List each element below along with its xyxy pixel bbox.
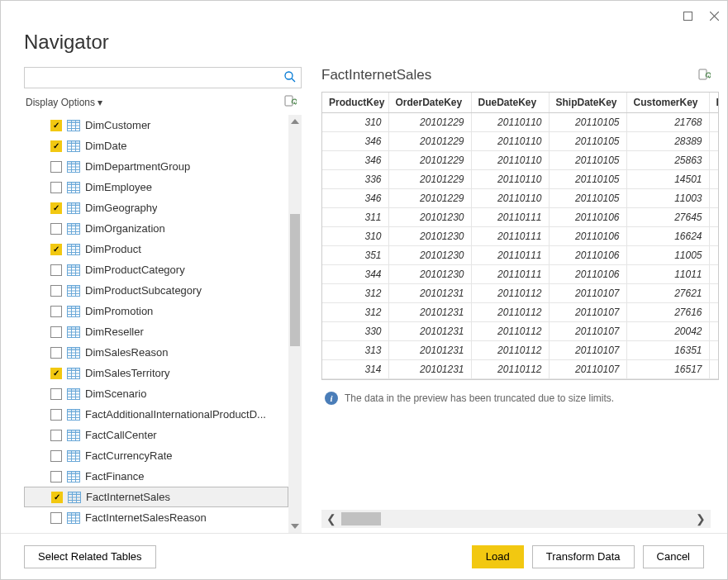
search-input-container[interactable] — [24, 67, 302, 88]
search-icon[interactable] — [284, 71, 296, 85]
tree-item-checkbox[interactable] — [50, 182, 62, 193]
table-row[interactable]: 35120101230201101112011010611005 — [322, 246, 719, 265]
display-options-dropdown[interactable]: Display Options ▾ — [26, 97, 102, 108]
table-cell — [709, 360, 719, 379]
tree-item-checkbox[interactable] — [50, 264, 62, 276]
tree-item[interactable]: DimPromotion — [24, 301, 288, 321]
tree-item[interactable]: FactCurrencyRate — [24, 445, 288, 466]
tree-vertical-scrollbar[interactable] — [288, 115, 302, 533]
grid-column-header[interactable]: CustomerKey — [626, 93, 709, 113]
scrollbar-down-arrow[interactable] — [288, 520, 302, 533]
table-cell: 310 — [322, 227, 388, 246]
select-related-tables-button[interactable]: Select Related Tables — [24, 545, 156, 568]
load-button[interactable]: Load — [472, 545, 524, 568]
grid-column-header[interactable]: OrderDateKey — [388, 93, 471, 113]
tree-item-checkbox[interactable] — [50, 306, 62, 317]
tree-item[interactable]: DimSalesReason — [24, 342, 288, 363]
grid-column-header[interactable]: Pro — [709, 93, 719, 113]
tree-item-checkbox[interactable] — [50, 244, 62, 255]
table-row[interactable]: 34620101229201101102011010525863 — [322, 151, 719, 170]
table-row[interactable]: 31020101229201101102011010521768 — [322, 113, 719, 132]
svg-rect-118 — [68, 512, 80, 515]
hscroll-left-arrow[interactable]: ❮ — [321, 510, 341, 528]
table-cell: 344 — [322, 265, 388, 284]
refresh-icon[interactable] — [283, 95, 298, 110]
tree-item[interactable]: DimCustomer — [24, 115, 288, 135]
table-cell: 20110112 — [471, 322, 549, 341]
tree-item-checkbox[interactable] — [50, 326, 62, 338]
grid-column-header[interactable]: DueDateKey — [471, 93, 549, 113]
tree-item-checkbox[interactable] — [50, 450, 62, 462]
tree-item[interactable]: FactInternetSalesReason — [24, 507, 288, 528]
tree-item-checkbox[interactable] — [50, 512, 62, 524]
table-row[interactable]: 33020101231201101122011010720042 — [322, 322, 719, 341]
table-row[interactable]: 34620101229201101102011010511003 — [322, 189, 719, 208]
tree-item-checkbox[interactable] — [50, 285, 62, 297]
tree-item-checkbox[interactable] — [50, 347, 62, 359]
table-cell: 351 — [322, 246, 388, 265]
search-input[interactable] — [30, 72, 284, 84]
tree-item-checkbox[interactable] — [50, 471, 62, 483]
hscroll-thumb[interactable] — [341, 512, 381, 525]
transform-data-button[interactable]: Transform Data — [532, 545, 635, 568]
table-row[interactable]: 31220101231201101122011010727621 — [322, 284, 719, 303]
table-row[interactable]: 31120101230201101112011010627645 — [322, 208, 719, 227]
tree-item[interactable]: DimScenario — [24, 383, 288, 404]
table-row[interactable]: 33620101229201101102011010514501 — [322, 170, 719, 189]
tree-item-checkbox[interactable] — [50, 140, 62, 152]
table-cell: 14501 — [626, 170, 709, 189]
tree-item[interactable]: DimEmployee — [24, 177, 288, 197]
tree-item-checkbox[interactable] — [50, 368, 62, 379]
grid-column-header[interactable]: ShipDateKey — [549, 93, 626, 113]
tree-item-checkbox[interactable] — [50, 223, 62, 235]
tree-item[interactable]: DimDate — [24, 135, 288, 156]
table-cell: 20110105 — [549, 189, 626, 208]
tree-item-checkbox[interactable] — [50, 161, 62, 173]
edit-preview-icon[interactable] — [697, 69, 711, 82]
hscroll-right-arrow[interactable]: ❯ — [691, 510, 711, 528]
table-row[interactable]: 31020101230201101112011010616624 — [322, 227, 719, 246]
tree-item[interactable]: DimReseller — [24, 321, 288, 342]
table-cell: 20110110 — [471, 113, 549, 132]
table-row[interactable]: 34620101229201101102011010528389 — [322, 132, 719, 151]
tree-item[interactable]: DimProductCategory — [24, 259, 288, 280]
table-cell — [709, 113, 719, 132]
table-cell: 20110105 — [549, 132, 626, 151]
cancel-button[interactable]: Cancel — [643, 545, 704, 568]
table-icon — [67, 140, 80, 152]
close-icon[interactable] — [707, 9, 721, 22]
tree-item-label: DimProduct — [85, 243, 141, 255]
tree-item[interactable]: DimDepartmentGroup — [24, 156, 288, 177]
scrollbar-up-arrow[interactable] — [288, 115, 302, 128]
table-cell: 20110111 — [471, 208, 549, 227]
table-row[interactable]: 31320101231201101122011010716351 — [322, 341, 719, 360]
table-cell: 20110111 — [471, 265, 549, 284]
tree-item[interactable]: FactInternetSales — [24, 487, 288, 507]
tree-item[interactable]: FactCallCenter — [24, 425, 288, 445]
preview-horizontal-scrollbar[interactable]: ❮ ❯ — [321, 510, 711, 528]
grid-column-header[interactable]: ProductKey — [322, 93, 388, 113]
table-row[interactable]: 31420101231201101122011010716517 — [322, 360, 719, 379]
scrollbar-thumb[interactable] — [290, 214, 300, 346]
table-cell: 11011 — [626, 265, 709, 284]
hscroll-track[interactable] — [341, 510, 691, 528]
tree-item-checkbox[interactable] — [50, 430, 62, 441]
table-row[interactable]: 34420101230201101112011010611011 — [322, 265, 719, 284]
tree-item[interactable]: FactAdditionalInternationalProductD... — [24, 404, 288, 425]
table-cell: 346 — [322, 189, 388, 208]
tree-item-checkbox[interactable] — [50, 202, 62, 214]
tree-item[interactable]: DimSalesTerritory — [24, 363, 288, 383]
tree-item[interactable]: DimGeography — [24, 197, 288, 218]
table-row[interactable]: 31220101231201101122011010727616 — [322, 303, 719, 322]
maximize-icon[interactable] — [681, 9, 694, 22]
tree-item-checkbox[interactable] — [50, 120, 62, 131]
tree-item[interactable]: DimOrganization — [24, 218, 288, 239]
tree-item-checkbox[interactable] — [50, 409, 62, 421]
tree-item-checkbox[interactable] — [51, 492, 63, 503]
tree-item-checkbox[interactable] — [50, 388, 62, 400]
table-icon — [67, 326, 80, 338]
table-cell — [709, 189, 719, 208]
tree-item[interactable]: FactFinance — [24, 466, 288, 487]
tree-item[interactable]: DimProductSubcategory — [24, 280, 288, 301]
tree-item[interactable]: DimProduct — [24, 239, 288, 259]
